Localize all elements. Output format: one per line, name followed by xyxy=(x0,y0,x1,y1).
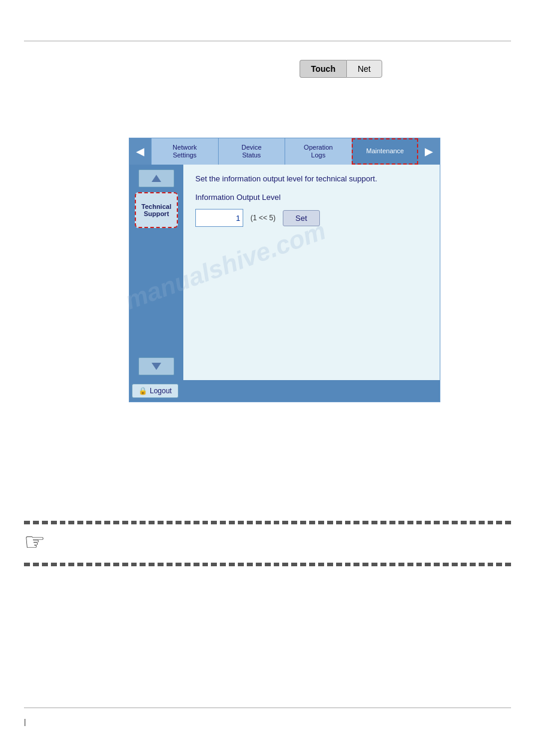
logout-bar: 🔒 Logout xyxy=(129,380,440,402)
sidebar-item-technical-support[interactable]: TechnicalSupport xyxy=(135,192,178,228)
down-arrow-icon xyxy=(152,363,161,370)
tab-buttons: Touch Net xyxy=(300,60,382,78)
sidebar: TechnicalSupport xyxy=(129,165,183,380)
top-rule xyxy=(24,41,511,41)
nav-left-arrow[interactable]: ◀ xyxy=(129,138,151,165)
ui-panel: ◀ NetworkSettings DeviceStatus Operation… xyxy=(129,138,440,402)
dashed-line-top xyxy=(24,521,511,524)
hand-section: ☞ xyxy=(24,528,46,555)
sidebar-down-button[interactable] xyxy=(138,357,174,375)
field-label: Information Output Level xyxy=(195,193,428,202)
tab-maintenance[interactable]: Maintenance xyxy=(352,138,419,165)
logout-icon: 🔒 xyxy=(138,387,147,395)
net-tab[interactable]: Net xyxy=(346,60,382,78)
tab-device-status[interactable]: DeviceStatus xyxy=(218,138,285,165)
content-area: Set the information output level for tec… xyxy=(183,165,440,380)
content-title: Set the information output level for tec… xyxy=(195,174,428,183)
nav-tabs: NetworkSettings DeviceStatus OperationLo… xyxy=(151,138,418,165)
logout-label: Logout xyxy=(150,387,172,395)
bottom-rule xyxy=(24,708,511,708)
hand-icon: ☞ xyxy=(24,528,46,555)
tab-operation-logs[interactable]: OperationLogs xyxy=(285,138,352,165)
page-number: | xyxy=(24,717,26,726)
level-input[interactable] xyxy=(195,209,243,227)
nav-right-arrow[interactable]: ▶ xyxy=(418,138,440,165)
range-label: (1 << 5) xyxy=(250,214,276,222)
tab-network-settings[interactable]: NetworkSettings xyxy=(151,138,218,165)
sidebar-up-button[interactable] xyxy=(138,169,174,187)
panel-body: TechnicalSupport Set the information out… xyxy=(129,165,440,380)
up-arrow-icon xyxy=(152,175,161,182)
touch-tab[interactable]: Touch xyxy=(300,60,346,78)
logout-button[interactable]: 🔒 Logout xyxy=(132,384,179,398)
input-row: (1 << 5) Set xyxy=(195,209,428,227)
set-button[interactable]: Set xyxy=(283,210,320,226)
dashed-line-bottom xyxy=(24,563,511,566)
nav-bar: ◀ NetworkSettings DeviceStatus Operation… xyxy=(129,138,440,165)
